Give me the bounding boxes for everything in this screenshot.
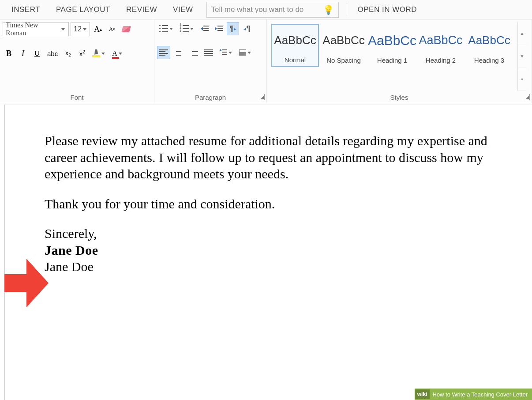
decrease-indent-button[interactable]: [199, 22, 211, 35]
document-canvas[interactable]: Please review my attached resume for add…: [4, 105, 532, 400]
styles-more[interactable]: ▾: [518, 68, 526, 91]
chevron-down-icon: [119, 51, 123, 56]
align-right-icon: [189, 49, 198, 56]
justify-icon: [204, 49, 213, 56]
group-styles: AaBbCc Normal AaBbCc No Spacing AaBbCc H…: [267, 19, 532, 103]
increase-indent-button[interactable]: [213, 22, 225, 35]
chevron-down-icon: [190, 26, 195, 31]
highlight-button[interactable]: [90, 47, 108, 60]
subscript-button[interactable]: x2: [62, 47, 74, 60]
bold-button[interactable]: B: [3, 47, 15, 60]
style-heading-2[interactable]: AaBbCc Heading 2: [417, 24, 465, 67]
wikihow-footer: wiki How to Write a Teaching Cover Lette…: [415, 389, 532, 400]
shrink-font-button[interactable]: A▾: [106, 23, 118, 36]
tab-open-in-word[interactable]: OPEN IN WORD: [350, 0, 425, 19]
ribbon: Times New Roman 12 A▴ A▾ B I U abc x2 x2…: [0, 19, 532, 103]
grow-font-button[interactable]: A▴: [92, 23, 104, 36]
line-spacing-button[interactable]: [217, 46, 235, 59]
strikethrough-button[interactable]: abc: [45, 47, 60, 60]
numbering-button[interactable]: [178, 22, 197, 35]
paragraph-dialog-launcher[interactable]: [259, 94, 265, 100]
signature-handwritten: Jane Doe: [45, 242, 492, 259]
closing-line: Sincerely,: [45, 225, 492, 242]
align-center-icon: [174, 49, 183, 56]
numbering-icon: [180, 25, 189, 32]
eraser-icon: [121, 26, 131, 32]
style-heading-1[interactable]: AaBbCc Heading 1: [368, 24, 416, 67]
align-right-button[interactable]: [187, 46, 200, 59]
underline-button[interactable]: U: [31, 47, 43, 60]
group-label-font: Font: [3, 91, 151, 103]
outdent-icon: [201, 26, 209, 32]
ribbon-tabs: INSERT PAGE LAYOUT REVIEW VIEW Tell me w…: [0, 0, 532, 19]
chevron-down-icon: [101, 51, 106, 56]
paragraph-1: Please review my attached resume for add…: [45, 132, 492, 182]
font-name-select[interactable]: Times New Roman: [3, 22, 69, 36]
ltr-button[interactable]: ¶▸: [227, 22, 239, 35]
indent-icon: [215, 26, 223, 32]
tab-review[interactable]: REVIEW: [118, 0, 165, 19]
chevron-down-icon: [83, 27, 87, 31]
styles-scroll: ▲ ▼ ▾: [517, 22, 526, 91]
tab-page-layout[interactable]: PAGE LAYOUT: [48, 0, 118, 19]
paragraph-2: Thank you for your time and consideratio…: [45, 196, 492, 212]
shading-icon: [239, 49, 246, 56]
chevron-down-icon: [169, 26, 174, 31]
document-body: Please review my attached resume for add…: [45, 132, 492, 275]
clear-formatting-button[interactable]: [120, 23, 132, 36]
group-font: Times New Roman 12 A▴ A▾ B I U abc x2 x2…: [0, 19, 154, 103]
styles-dialog-launcher[interactable]: [524, 94, 530, 100]
style-normal[interactable]: AaBbCc Normal: [271, 24, 319, 67]
font-color-button[interactable]: A: [110, 47, 125, 60]
lightbulb-icon: 💡: [323, 4, 334, 15]
wikihow-title: How to Write a Teaching Cover Letter: [432, 391, 528, 398]
wikihow-logo: wiki: [415, 389, 430, 399]
chevron-down-icon: [229, 50, 233, 55]
align-left-icon: [159, 49, 168, 56]
callout-arrow-icon: [4, 259, 49, 307]
superscript-button[interactable]: x2: [76, 47, 88, 60]
group-label-paragraph: Paragraph: [157, 91, 264, 103]
bullets-button[interactable]: [157, 22, 176, 35]
chevron-down-icon: [247, 50, 252, 55]
style-heading-3[interactable]: AaBbCc Heading 3: [465, 24, 513, 67]
align-left-button[interactable]: [157, 46, 170, 59]
tell-me-placeholder: Tell me what you want to do: [211, 5, 304, 14]
italic-button[interactable]: I: [17, 47, 29, 60]
justify-button[interactable]: [202, 46, 215, 59]
bullets-icon: [159, 25, 168, 32]
signature-printed: Jane Doe: [45, 258, 492, 275]
styles-scroll-up[interactable]: ▲: [518, 22, 526, 45]
separator: [347, 3, 347, 16]
font-size-select[interactable]: 12: [71, 22, 90, 36]
style-no-spacing[interactable]: AaBbCc No Spacing: [320, 24, 367, 67]
group-label-styles: Styles: [270, 91, 529, 103]
rtl-button[interactable]: ◂¶: [241, 22, 253, 35]
svg-marker-0: [4, 259, 49, 307]
tell-me-input[interactable]: Tell me what you want to do 💡: [206, 2, 339, 18]
group-paragraph: ¶▸ ◂¶ Paragraph: [154, 19, 267, 103]
shading-button[interactable]: [237, 46, 254, 59]
tab-insert[interactable]: INSERT: [4, 0, 48, 19]
tab-view[interactable]: VIEW: [165, 0, 201, 19]
chevron-down-icon: [61, 27, 66, 31]
highlight-icon: [92, 49, 100, 57]
styles-gallery: AaBbCc Normal AaBbCc No Spacing AaBbCc H…: [270, 22, 515, 91]
styles-scroll-down[interactable]: ▼: [518, 45, 526, 68]
line-spacing-icon: [219, 49, 227, 57]
align-center-button[interactable]: [172, 46, 185, 59]
